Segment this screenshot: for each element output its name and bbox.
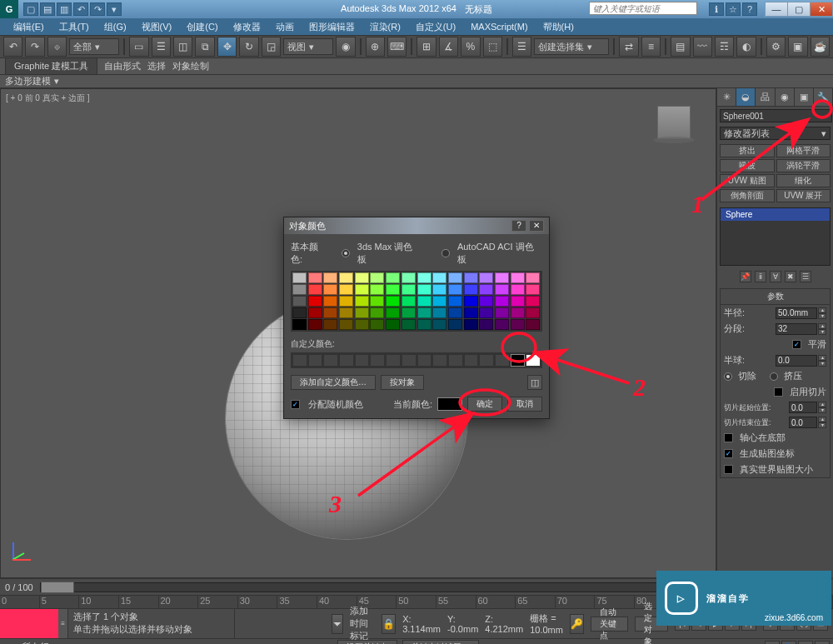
palette-swatch[interactable]: [495, 284, 509, 295]
palette-swatch[interactable]: [417, 307, 431, 318]
radius-up[interactable]: ▴: [818, 307, 826, 313]
cp-motion-tab[interactable]: ◉: [776, 88, 795, 106]
move-icon[interactable]: ✥: [217, 37, 237, 57]
auto-key-button[interactable]: 自动关键点: [591, 617, 628, 632]
custom-swatch[interactable]: [432, 354, 447, 367]
palette-swatch[interactable]: [448, 296, 462, 307]
palette-swatch[interactable]: [448, 319, 462, 330]
palette-swatch[interactable]: [323, 284, 337, 295]
add-time-tag[interactable]: 添加时间标记: [350, 605, 375, 642]
squash-radio[interactable]: [770, 372, 778, 381]
radius-input[interactable]: [776, 307, 817, 319]
menu-11[interactable]: 帮助(H): [536, 19, 581, 34]
curve-editor-icon[interactable]: 〰: [693, 37, 712, 57]
filter-dropdown[interactable]: 全部▾: [69, 38, 119, 55]
custom-swatch[interactable]: [464, 354, 479, 367]
slice-checkbox[interactable]: ✓: [774, 387, 783, 397]
palette-swatch[interactable]: [464, 284, 478, 295]
palette-swatch[interactable]: [448, 284, 462, 295]
palette-swatch[interactable]: [323, 319, 337, 330]
palette-swatch[interactable]: [495, 307, 509, 318]
sfrom-up[interactable]: ▴: [818, 402, 826, 407]
palette-swatch[interactable]: [417, 284, 431, 295]
minimize-button[interactable]: —: [765, 2, 788, 17]
palette-swatch[interactable]: [323, 296, 337, 307]
palette-swatch[interactable]: [308, 319, 322, 330]
link-icon[interactable]: ⟐: [47, 37, 67, 57]
base-pivot-checkbox[interactable]: ✓: [724, 433, 733, 442]
mod-btn-1[interactable]: 网格平滑: [776, 144, 831, 157]
viewcube[interactable]: [657, 106, 691, 139]
menu-9[interactable]: 自定义(U): [409, 19, 462, 34]
palette-swatch[interactable]: [448, 307, 462, 318]
nav-region-icon[interactable]: ▣: [815, 641, 830, 645]
viewport-label[interactable]: [ + 0 前 0 真实 + 边面 ]: [6, 92, 90, 104]
sfrom-input[interactable]: [789, 402, 817, 413]
mirror-icon[interactable]: ⇄: [619, 37, 638, 57]
palette-swatch[interactable]: [511, 272, 525, 283]
palette-swatch[interactable]: [464, 307, 478, 318]
hemi-input[interactable]: [776, 355, 817, 367]
seg-down[interactable]: ▾: [818, 329, 826, 335]
unique-icon[interactable]: ∀: [770, 271, 781, 282]
angle-snap-icon[interactable]: ∡: [439, 37, 458, 57]
pivot-icon[interactable]: ◉: [336, 37, 355, 57]
palette-swatch[interactable]: [308, 284, 322, 295]
palette-swatch[interactable]: [402, 272, 416, 283]
palette-swatch[interactable]: [339, 319, 353, 330]
active-color-icon[interactable]: ◫: [527, 375, 542, 390]
custom-swatch[interactable]: [308, 354, 323, 367]
configure-icon[interactable]: ☰: [800, 271, 811, 282]
current-color-swatch[interactable]: [437, 397, 462, 411]
custom-swatch[interactable]: [511, 354, 526, 367]
time-handle[interactable]: [41, 582, 74, 593]
palette-swatch[interactable]: [292, 296, 307, 307]
palette-swatch[interactable]: [495, 296, 509, 307]
palette-swatch[interactable]: [464, 319, 478, 330]
keyboard-icon[interactable]: ⌨: [387, 37, 407, 57]
select-icon[interactable]: ▭: [129, 37, 148, 57]
mod-btn-6[interactable]: 倒角剖面: [720, 189, 775, 202]
sfrom-down[interactable]: ▾: [818, 407, 826, 413]
nav-orbit-icon[interactable]: ◯: [765, 641, 780, 645]
custom-swatch[interactable]: [370, 354, 385, 367]
palette-swatch[interactable]: [526, 296, 540, 307]
menu-10[interactable]: MAXScript(M): [464, 19, 534, 34]
palette-swatch[interactable]: [339, 272, 353, 283]
key-filter-button[interactable]: 关键点过滤器…: [402, 640, 479, 645]
cp-utility-tab[interactable]: 🔧: [814, 88, 833, 106]
scale-icon[interactable]: ◲: [262, 37, 281, 57]
palette-swatch[interactable]: [355, 272, 369, 283]
help-search-input[interactable]: [589, 2, 697, 15]
menu-0[interactable]: 编辑(E): [7, 19, 51, 34]
palette-swatch[interactable]: [370, 307, 384, 318]
seg-input[interactable]: [776, 323, 817, 335]
palette-swatch[interactable]: [402, 284, 416, 295]
spinner-snap-icon[interactable]: ⬚: [483, 37, 502, 57]
palette-swatch[interactable]: [386, 272, 400, 283]
help-icon[interactable]: ?: [742, 2, 757, 16]
cancel-button[interactable]: 取消: [507, 397, 542, 412]
palette-swatch[interactable]: [417, 296, 431, 307]
palette-swatch[interactable]: [402, 296, 416, 307]
palette-swatch[interactable]: [495, 272, 509, 283]
palette-swatch[interactable]: [355, 307, 369, 318]
palette-swatch[interactable]: [432, 319, 446, 330]
palette-swatch[interactable]: [370, 272, 384, 283]
palette-swatch[interactable]: [402, 307, 416, 318]
palette-swatch[interactable]: [432, 284, 446, 295]
custom-swatch[interactable]: [448, 354, 463, 367]
palette-max-radio[interactable]: [342, 249, 350, 257]
random-color-checkbox[interactable]: ✓: [291, 400, 300, 409]
menu-3[interactable]: 视图(V): [135, 19, 179, 34]
modifier-list-dropdown[interactable]: 修改器列表▾: [720, 127, 831, 140]
palette-swatch[interactable]: [323, 272, 337, 283]
palette-swatch[interactable]: [448, 272, 462, 283]
layers-icon[interactable]: ▤: [671, 37, 690, 57]
palette-swatch[interactable]: [308, 307, 322, 318]
palette-swatch[interactable]: [479, 319, 493, 330]
palette-swatch[interactable]: [479, 307, 493, 318]
modifier-stack[interactable]: Sphere: [720, 207, 831, 266]
menu-4[interactable]: 创建(C): [180, 19, 224, 34]
cp-modify-tab[interactable]: ◒: [736, 88, 756, 106]
